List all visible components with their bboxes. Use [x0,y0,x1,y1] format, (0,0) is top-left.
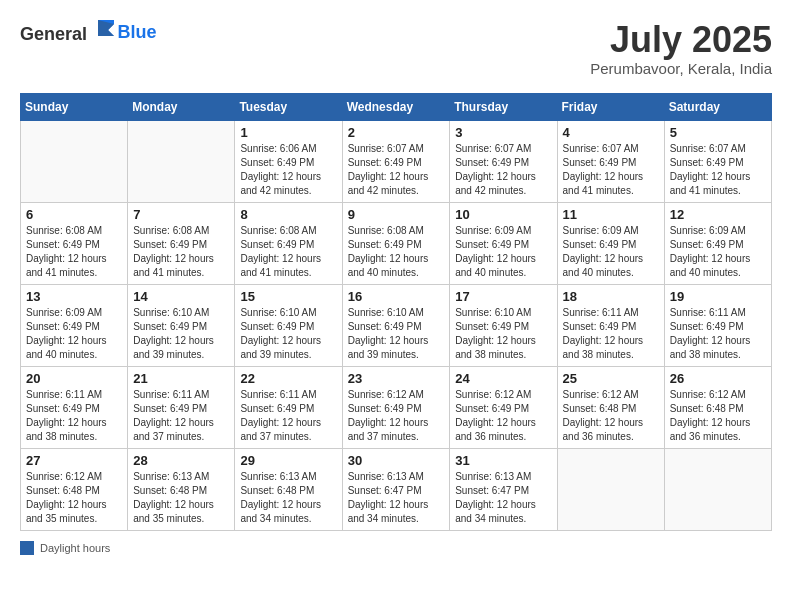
calendar-cell: 21Sunrise: 6:11 AMSunset: 6:49 PMDayligh… [128,366,235,448]
day-info: Sunrise: 6:11 AMSunset: 6:49 PMDaylight:… [670,306,766,362]
calendar-cell: 15Sunrise: 6:10 AMSunset: 6:49 PMDayligh… [235,284,342,366]
day-info: Sunrise: 6:10 AMSunset: 6:49 PMDaylight:… [455,306,551,362]
weekday-header-row: SundayMondayTuesdayWednesdayThursdayFrid… [21,93,772,120]
calendar-cell: 8Sunrise: 6:08 AMSunset: 6:49 PMDaylight… [235,202,342,284]
calendar-cell: 19Sunrise: 6:11 AMSunset: 6:49 PMDayligh… [664,284,771,366]
day-number: 15 [240,289,336,304]
day-info: Sunrise: 6:06 AMSunset: 6:49 PMDaylight:… [240,142,336,198]
day-info: Sunrise: 6:12 AMSunset: 6:48 PMDaylight:… [563,388,659,444]
calendar-cell: 23Sunrise: 6:12 AMSunset: 6:49 PMDayligh… [342,366,450,448]
calendar-cell: 1Sunrise: 6:06 AMSunset: 6:49 PMDaylight… [235,120,342,202]
day-number: 25 [563,371,659,386]
weekday-header-friday: Friday [557,93,664,120]
calendar-week-row: 13Sunrise: 6:09 AMSunset: 6:49 PMDayligh… [21,284,772,366]
day-info: Sunrise: 6:12 AMSunset: 6:49 PMDaylight:… [348,388,445,444]
day-number: 22 [240,371,336,386]
day-info: Sunrise: 6:11 AMSunset: 6:49 PMDaylight:… [26,388,122,444]
day-info: Sunrise: 6:08 AMSunset: 6:49 PMDaylight:… [348,224,445,280]
page-header: General Blue July 2025 Perumbavoor, Kera… [20,20,772,77]
title-block: July 2025 Perumbavoor, Kerala, India [590,20,772,77]
day-info: Sunrise: 6:10 AMSunset: 6:49 PMDaylight:… [348,306,445,362]
day-number: 29 [240,453,336,468]
day-number: 8 [240,207,336,222]
footer: Daylight hours [20,541,772,555]
day-info: Sunrise: 6:08 AMSunset: 6:49 PMDaylight:… [133,224,229,280]
calendar-cell: 24Sunrise: 6:12 AMSunset: 6:49 PMDayligh… [450,366,557,448]
day-number: 6 [26,207,122,222]
day-number: 31 [455,453,551,468]
calendar-cell: 22Sunrise: 6:11 AMSunset: 6:49 PMDayligh… [235,366,342,448]
day-info: Sunrise: 6:09 AMSunset: 6:49 PMDaylight:… [26,306,122,362]
day-info: Sunrise: 6:09 AMSunset: 6:49 PMDaylight:… [455,224,551,280]
day-number: 27 [26,453,122,468]
calendar-week-row: 27Sunrise: 6:12 AMSunset: 6:48 PMDayligh… [21,448,772,530]
calendar-cell: 12Sunrise: 6:09 AMSunset: 6:49 PMDayligh… [664,202,771,284]
calendar-cell: 14Sunrise: 6:10 AMSunset: 6:49 PMDayligh… [128,284,235,366]
calendar-cell [21,120,128,202]
calendar-cell: 2Sunrise: 6:07 AMSunset: 6:49 PMDaylight… [342,120,450,202]
day-info: Sunrise: 6:09 AMSunset: 6:49 PMDaylight:… [670,224,766,280]
calendar-cell: 28Sunrise: 6:13 AMSunset: 6:48 PMDayligh… [128,448,235,530]
day-number: 18 [563,289,659,304]
day-info: Sunrise: 6:12 AMSunset: 6:48 PMDaylight:… [26,470,122,526]
day-number: 30 [348,453,445,468]
calendar-cell: 20Sunrise: 6:11 AMSunset: 6:49 PMDayligh… [21,366,128,448]
day-number: 23 [348,371,445,386]
legend-label: Daylight hours [40,542,110,554]
calendar-cell: 30Sunrise: 6:13 AMSunset: 6:47 PMDayligh… [342,448,450,530]
day-number: 26 [670,371,766,386]
day-info: Sunrise: 6:07 AMSunset: 6:49 PMDaylight:… [670,142,766,198]
day-number: 28 [133,453,229,468]
day-number: 19 [670,289,766,304]
day-number: 3 [455,125,551,140]
calendar-cell [664,448,771,530]
day-info: Sunrise: 6:11 AMSunset: 6:49 PMDaylight:… [133,388,229,444]
day-info: Sunrise: 6:12 AMSunset: 6:48 PMDaylight:… [670,388,766,444]
day-info: Sunrise: 6:13 AMSunset: 6:48 PMDaylight:… [133,470,229,526]
legend-color-box [20,541,34,555]
calendar-cell: 18Sunrise: 6:11 AMSunset: 6:49 PMDayligh… [557,284,664,366]
calendar-cell: 7Sunrise: 6:08 AMSunset: 6:49 PMDaylight… [128,202,235,284]
day-number: 10 [455,207,551,222]
calendar-cell: 10Sunrise: 6:09 AMSunset: 6:49 PMDayligh… [450,202,557,284]
day-number: 24 [455,371,551,386]
calendar-cell: 29Sunrise: 6:13 AMSunset: 6:48 PMDayligh… [235,448,342,530]
day-number: 21 [133,371,229,386]
calendar-week-row: 20Sunrise: 6:11 AMSunset: 6:49 PMDayligh… [21,366,772,448]
day-info: Sunrise: 6:08 AMSunset: 6:49 PMDaylight:… [26,224,122,280]
calendar-cell: 26Sunrise: 6:12 AMSunset: 6:48 PMDayligh… [664,366,771,448]
weekday-header-thursday: Thursday [450,93,557,120]
day-info: Sunrise: 6:08 AMSunset: 6:49 PMDaylight:… [240,224,336,280]
day-number: 17 [455,289,551,304]
day-number: 2 [348,125,445,140]
weekday-header-sunday: Sunday [21,93,128,120]
calendar-cell: 3Sunrise: 6:07 AMSunset: 6:49 PMDaylight… [450,120,557,202]
calendar-cell: 4Sunrise: 6:07 AMSunset: 6:49 PMDaylight… [557,120,664,202]
calendar-cell [128,120,235,202]
day-info: Sunrise: 6:10 AMSunset: 6:49 PMDaylight:… [133,306,229,362]
calendar-cell: 6Sunrise: 6:08 AMSunset: 6:49 PMDaylight… [21,202,128,284]
calendar-cell: 16Sunrise: 6:10 AMSunset: 6:49 PMDayligh… [342,284,450,366]
day-number: 11 [563,207,659,222]
calendar-cell: 31Sunrise: 6:13 AMSunset: 6:47 PMDayligh… [450,448,557,530]
day-info: Sunrise: 6:11 AMSunset: 6:49 PMDaylight:… [563,306,659,362]
day-info: Sunrise: 6:07 AMSunset: 6:49 PMDaylight:… [455,142,551,198]
calendar-cell: 9Sunrise: 6:08 AMSunset: 6:49 PMDaylight… [342,202,450,284]
logo-general: General [20,24,87,44]
day-info: Sunrise: 6:07 AMSunset: 6:49 PMDaylight:… [348,142,445,198]
day-number: 20 [26,371,122,386]
day-number: 9 [348,207,445,222]
weekday-header-saturday: Saturday [664,93,771,120]
day-number: 13 [26,289,122,304]
calendar-cell: 13Sunrise: 6:09 AMSunset: 6:49 PMDayligh… [21,284,128,366]
month-title: July 2025 [590,20,772,60]
day-info: Sunrise: 6:07 AMSunset: 6:49 PMDaylight:… [563,142,659,198]
day-info: Sunrise: 6:13 AMSunset: 6:47 PMDaylight:… [348,470,445,526]
weekday-header-wednesday: Wednesday [342,93,450,120]
location-subtitle: Perumbavoor, Kerala, India [590,60,772,77]
weekday-header-tuesday: Tuesday [235,93,342,120]
day-number: 1 [240,125,336,140]
logo-icon [94,16,118,40]
day-number: 14 [133,289,229,304]
logo-blue: Blue [118,22,157,42]
